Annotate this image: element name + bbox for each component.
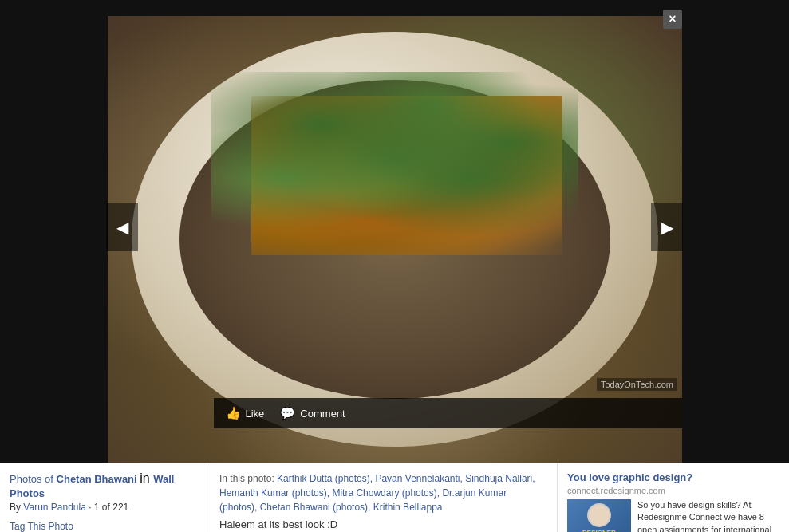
- tag-photo-link[interactable]: Tag This Photo: [10, 521, 197, 532]
- album-info-line: Photos of Chetan Bhawani in Wall Photos: [10, 471, 197, 500]
- herbs: [211, 72, 578, 247]
- like-icon: 👍: [226, 406, 241, 420]
- ad-url: connect.redesignme.com: [567, 486, 779, 495]
- album-person-link[interactable]: Photos of Chetan Bhawani: [10, 473, 140, 485]
- close-button[interactable]: ×: [663, 10, 682, 29]
- comment-icon: 💬: [280, 406, 295, 420]
- like-button[interactable]: 👍 Like: [226, 406, 265, 420]
- ad-body-text: So you have design skills? At Redesignme…: [637, 499, 779, 532]
- ad-avatar: [587, 503, 611, 527]
- prev-icon: ◀: [116, 218, 128, 237]
- next-arrow[interactable]: ▶: [651, 203, 683, 251]
- album-author-link[interactable]: Varun Pandula: [23, 502, 86, 513]
- next-icon: ▶: [661, 218, 673, 237]
- photo-caption: Haleem at its best look :D: [219, 518, 545, 530]
- album-connector: in: [140, 471, 153, 485]
- info-left-section: Photos of Chetan Bhawani in Wall Photos …: [0, 463, 207, 532]
- album-subtitle: By Varun Pandula · 1 of 221: [10, 502, 197, 513]
- photo-container: 👍 Like 💬 Comment: [108, 16, 682, 463]
- like-label: Like: [246, 408, 265, 420]
- photo-overlay: × ◀ 👍 Like 💬 Comment ▶ Toda: [0, 0, 789, 463]
- album-prefix: Photos of: [10, 473, 57, 485]
- action-bar: 👍 Like 💬 Comment: [214, 398, 682, 428]
- album-count: · 1 of 221: [86, 502, 128, 513]
- ad-content: DESIGNERWANTED So you have design skills…: [567, 499, 779, 532]
- ad-image-inner: DESIGNERWANTED: [567, 499, 631, 532]
- ad-headline[interactable]: You love graphic design?: [567, 471, 779, 483]
- prev-arrow[interactable]: ◀: [106, 203, 138, 251]
- comment-button[interactable]: 💬 Comment: [280, 406, 345, 420]
- comment-label: Comment: [300, 408, 345, 420]
- watermark: TodayOnTech.com: [597, 378, 677, 391]
- photo-tags: In this photo: Karthik Dutta (photos), P…: [219, 471, 545, 514]
- album-by: By: [10, 502, 23, 513]
- info-middle-section: In this photo: Karthik Dutta (photos), P…: [207, 463, 558, 532]
- ad-image[interactable]: DESIGNERWANTED: [567, 499, 631, 532]
- info-right-section: You love graphic design? connect.redesig…: [558, 463, 789, 532]
- in-this-photo-label: In this photo:: [219, 473, 277, 484]
- food-image[interactable]: [108, 16, 682, 463]
- info-bar: Photos of Chetan Bhawani in Wall Photos …: [0, 463, 789, 532]
- album-person-name: Chetan Bhawani: [57, 473, 137, 485]
- plate: [132, 32, 658, 447]
